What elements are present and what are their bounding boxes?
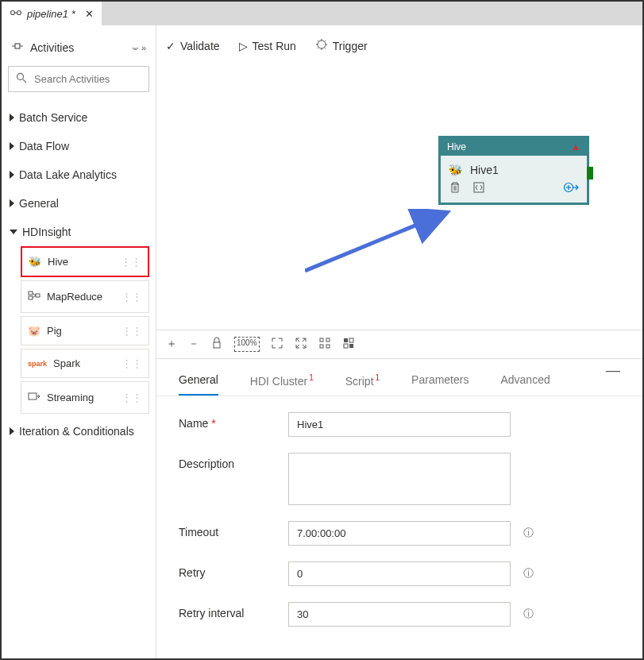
info-icon[interactable]: ⓘ bbox=[523, 526, 534, 540]
node-title: Hive1 bbox=[470, 164, 499, 176]
error-badge: 1 bbox=[309, 373, 314, 382]
activity-hive[interactable]: 🐝 Hive ⋮⋮ bbox=[21, 246, 149, 277]
timeout-label: Timeout bbox=[179, 521, 282, 538]
tab-parameters[interactable]: Parameters bbox=[411, 373, 469, 396]
annotation-arrow bbox=[305, 209, 452, 272]
close-tab-icon[interactable]: ✕ bbox=[85, 8, 94, 20]
tab-general[interactable]: General bbox=[179, 373, 218, 396]
group-general[interactable]: General bbox=[8, 189, 149, 218]
info-icon[interactable]: ⓘ bbox=[523, 566, 534, 581]
drag-handle-icon: ⋮⋮ bbox=[121, 357, 142, 369]
svg-rect-3 bbox=[15, 44, 20, 48]
lock-icon[interactable] bbox=[210, 337, 223, 352]
svg-rect-25 bbox=[349, 344, 353, 348]
auto-align-icon[interactable] bbox=[318, 337, 331, 352]
activity-pig[interactable]: 🐷 Pig ⋮⋮ bbox=[21, 316, 149, 345]
drag-handle-icon: ⋮⋮ bbox=[121, 325, 142, 337]
mapreduce-icon bbox=[28, 289, 40, 304]
tab-script[interactable]: Script1 bbox=[345, 373, 380, 396]
retry-label: Retry bbox=[179, 562, 282, 579]
expand-groups-icon[interactable]: » bbox=[141, 43, 146, 52]
activities-icon bbox=[11, 40, 24, 55]
tab-advanced[interactable]: Advanced bbox=[500, 373, 550, 396]
caret-right-icon bbox=[10, 171, 14, 179]
trigger-button[interactable]: Trigger bbox=[315, 38, 368, 53]
pipeline-tab-label: pipeline1 * bbox=[27, 8, 75, 20]
node-type-label: Hive bbox=[447, 141, 466, 152]
caret-right-icon bbox=[10, 142, 14, 150]
activities-title: Activities bbox=[30, 41, 125, 54]
group-batch-service[interactable]: Batch Service bbox=[8, 103, 149, 132]
svg-rect-23 bbox=[349, 338, 353, 342]
pipeline-tab[interactable]: pipeline1 * ✕ bbox=[2, 2, 102, 25]
pipeline-canvas[interactable]: Hive ▲ 🐝 Hive1 bbox=[156, 66, 642, 330]
group-data-flow[interactable]: Data Flow bbox=[8, 132, 149, 160]
activity-streaming[interactable]: Streaming ⋮⋮ bbox=[21, 381, 149, 414]
add-output-icon[interactable] bbox=[563, 181, 579, 196]
drag-handle-icon: ⋮⋮ bbox=[121, 256, 141, 268]
activity-mapreduce[interactable]: MapReduce ⋮⋮ bbox=[21, 280, 149, 313]
hive-activity-node[interactable]: Hive ▲ 🐝 Hive1 bbox=[438, 136, 589, 205]
svg-rect-18 bbox=[320, 338, 323, 342]
group-iteration-conditionals[interactable]: Iteration & Conditionals bbox=[8, 417, 149, 446]
svg-rect-6 bbox=[29, 291, 33, 295]
search-icon bbox=[15, 71, 28, 87]
test-run-button[interactable]: ▷ Test Run bbox=[239, 40, 296, 52]
svg-rect-22 bbox=[344, 338, 348, 342]
pig-icon: 🐷 bbox=[28, 325, 40, 337]
tab-hdi-cluster[interactable]: HDI Cluster1 bbox=[250, 373, 314, 396]
spark-icon: spark bbox=[28, 360, 47, 368]
timeout-input[interactable] bbox=[288, 521, 511, 546]
info-icon[interactable]: ⓘ bbox=[523, 607, 534, 621]
properties-panel: — General HDI Cluster1 Script1 Parameter… bbox=[156, 358, 642, 658]
layout-icon[interactable] bbox=[342, 337, 355, 352]
svg-point-4 bbox=[17, 74, 24, 80]
trigger-icon bbox=[315, 38, 328, 53]
pipeline-icon bbox=[10, 6, 22, 21]
svg-rect-9 bbox=[29, 393, 37, 399]
svg-line-11 bbox=[305, 214, 444, 271]
delete-node-icon[interactable] bbox=[449, 181, 461, 196]
svg-point-1 bbox=[17, 10, 21, 14]
validate-button[interactable]: ✓ Validate bbox=[166, 40, 220, 52]
check-icon: ✓ bbox=[166, 40, 175, 52]
warning-icon: ▲ bbox=[571, 141, 580, 152]
svg-point-0 bbox=[11, 10, 15, 14]
svg-rect-8 bbox=[36, 294, 40, 297]
group-hdinsight[interactable]: HDInsight bbox=[8, 218, 149, 246]
caret-right-icon bbox=[10, 199, 14, 207]
canvas-zoom-toolbar: ＋ － 100% bbox=[156, 330, 642, 358]
collapse-panel-icon[interactable]: — bbox=[606, 362, 620, 379]
fullscreen-icon[interactable] bbox=[295, 337, 307, 352]
svg-rect-17 bbox=[214, 342, 220, 348]
caret-down-icon bbox=[10, 230, 17, 234]
name-input[interactable] bbox=[288, 412, 511, 437]
drag-handle-icon: ⋮⋮ bbox=[121, 291, 142, 303]
zoom-100-icon[interactable]: 100% bbox=[234, 337, 260, 352]
search-activities[interactable] bbox=[8, 66, 149, 92]
caret-right-icon bbox=[10, 427, 14, 435]
fit-screen-icon[interactable] bbox=[271, 337, 283, 352]
output-port[interactable] bbox=[587, 167, 593, 179]
code-node-icon[interactable] bbox=[472, 181, 485, 196]
hive-icon: 🐝 bbox=[449, 164, 462, 176]
description-label: Description bbox=[179, 453, 282, 470]
svg-rect-24 bbox=[344, 344, 348, 348]
play-icon: ▷ bbox=[239, 40, 248, 52]
svg-rect-19 bbox=[326, 338, 330, 342]
error-badge: 1 bbox=[376, 373, 380, 382]
svg-rect-7 bbox=[29, 296, 33, 299]
retry-interval-input[interactable] bbox=[288, 602, 511, 627]
hive-icon: 🐝 bbox=[29, 256, 41, 268]
retry-input[interactable] bbox=[288, 562, 511, 586]
streaming-icon bbox=[28, 390, 40, 405]
activity-spark[interactable]: spark Spark ⋮⋮ bbox=[21, 349, 149, 378]
collapse-groups-icon[interactable]: ⌵⌵ bbox=[132, 42, 135, 52]
svg-rect-20 bbox=[320, 345, 323, 348]
search-input[interactable] bbox=[34, 73, 168, 85]
svg-line-5 bbox=[23, 79, 26, 83]
group-data-lake-analytics[interactable]: Data Lake Analytics bbox=[8, 160, 149, 189]
zoom-in-icon[interactable]: ＋ bbox=[166, 337, 177, 352]
description-input[interactable] bbox=[288, 453, 511, 505]
zoom-out-icon[interactable]: － bbox=[188, 337, 199, 352]
